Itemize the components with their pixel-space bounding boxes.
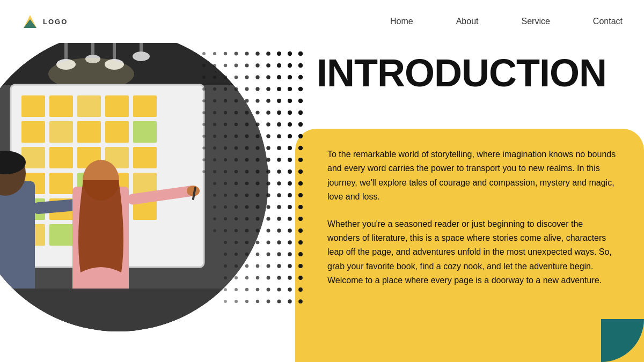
svg-rect-16 bbox=[49, 95, 73, 117]
svg-rect-17 bbox=[77, 95, 101, 117]
logo-text: LOGO bbox=[43, 18, 68, 26]
svg-rect-23 bbox=[105, 121, 129, 143]
teal-accent bbox=[601, 319, 644, 362]
svg-point-11 bbox=[133, 51, 150, 61]
nav-contact[interactable]: Contact bbox=[593, 17, 623, 26]
svg-rect-22 bbox=[77, 121, 101, 143]
office-scene bbox=[0, 31, 268, 331]
svg-rect-29 bbox=[133, 147, 157, 168]
svg-rect-31 bbox=[49, 173, 73, 194]
svg-rect-34 bbox=[133, 173, 157, 194]
svg-rect-20 bbox=[21, 121, 45, 143]
intro-card: To the remarkable world of storytelling,… bbox=[295, 129, 644, 362]
intro-paragraph-1: To the remarkable world of storytelling,… bbox=[327, 147, 617, 204]
svg-rect-15 bbox=[21, 95, 45, 117]
svg-rect-26 bbox=[49, 147, 73, 168]
svg-rect-19 bbox=[133, 95, 157, 117]
svg-rect-24 bbox=[133, 121, 157, 143]
nav-links: Home About Service Contact bbox=[390, 17, 623, 26]
svg-rect-18 bbox=[105, 95, 129, 117]
nav-about[interactable]: About bbox=[456, 17, 479, 26]
nav-service[interactable]: Service bbox=[522, 17, 550, 26]
left-circle bbox=[0, 31, 268, 331]
logo-icon bbox=[21, 13, 39, 30]
navbar: LOGO Home About Service Contact bbox=[0, 0, 644, 43]
svg-rect-21 bbox=[49, 121, 73, 143]
svg-marker-1 bbox=[24, 19, 36, 28]
page-title: INTRODUCTION bbox=[274, 43, 644, 92]
left-image-container bbox=[0, 0, 279, 362]
intro-paragraph-2: Whether you're a seasoned reader or just… bbox=[327, 217, 617, 288]
svg-rect-41 bbox=[49, 224, 73, 246]
right-content: INTRODUCTION To the remarkable world of … bbox=[274, 43, 644, 362]
teal-circle-inner bbox=[601, 319, 644, 362]
logo-area[interactable]: LOGO bbox=[21, 13, 68, 30]
svg-rect-54 bbox=[0, 289, 268, 331]
nav-home[interactable]: Home bbox=[390, 17, 413, 26]
svg-rect-44 bbox=[0, 181, 35, 299]
